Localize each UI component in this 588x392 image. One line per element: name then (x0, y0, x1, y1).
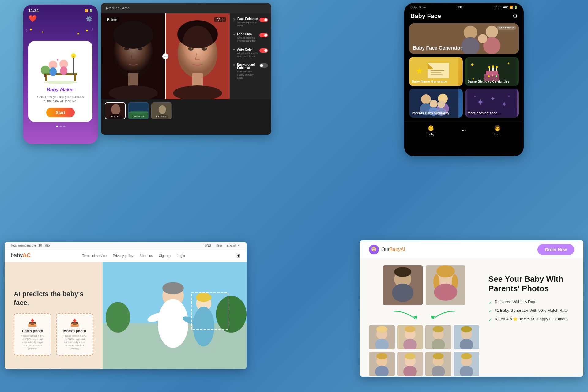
baby-5-svg (369, 352, 395, 376)
face-enhance-control: ◎ Face Enhance Increase quality of faces (233, 17, 268, 28)
logo-ac-text: AC (23, 252, 31, 258)
svg-rect-3 (73, 56, 74, 75)
portrait-label: Portrait (105, 115, 125, 118)
ios-birthday-card[interactable]: ★ ✦ ✦ Same Birthday Celebrities (465, 57, 519, 86)
login-link[interactable]: Login (177, 254, 185, 258)
face-glow-control: ✦ Face Glow Give to people a new look an… (233, 32, 268, 43)
privacy-link[interactable]: Privacy policy (113, 254, 133, 258)
divider-handle[interactable]: ⟺ (162, 53, 168, 59)
grid-icon[interactable]: ⊞ (236, 253, 240, 258)
start-button[interactable]: Start (46, 108, 75, 117)
babyac-topbar: Total members over 10 million SNS Help E… (5, 242, 247, 249)
bg-enhance-control: ⊞ Background Enhance Increases the quali… (233, 63, 268, 80)
babyac-nav-icons: ⊞ (236, 253, 240, 258)
svg-point-104 (394, 267, 411, 277)
dad-upload-hint: (Please upload a JPG or PNG image. (AI a… (21, 334, 45, 350)
baby-2-svg (397, 325, 423, 349)
baby-ai-text: BabyAI (390, 247, 405, 252)
svg-text:✦: ✦ (477, 97, 484, 107)
auto-color-toggle[interactable] (259, 48, 268, 53)
language-selector[interactable]: English ▼ (227, 244, 240, 247)
ios-time: 11:08 (456, 6, 464, 9)
ios-app-header: Baby Face ⚙ (404, 10, 524, 23)
baby-7-svg (425, 352, 451, 376)
svg-text:✦: ✦ (507, 62, 510, 65)
demo-header: Product Demo (101, 3, 271, 13)
about-link[interactable]: About us (140, 254, 153, 258)
demo-title: Product Demo (106, 6, 130, 10)
star-4: ★ (77, 32, 80, 35)
mom-upload-card[interactable]: 📤 Mom's photo (Please upload a JPG or PN… (56, 313, 94, 356)
svg-point-136 (405, 353, 416, 359)
dad-upload-icon: 📤 (21, 318, 45, 327)
baby-6-svg (397, 352, 423, 376)
face-glow-toggle[interactable] (259, 33, 268, 37)
face-glow-text: Face Glow Give to people a new look and … (237, 32, 259, 43)
svg-point-6 (49, 67, 57, 76)
svg-point-32 (111, 104, 120, 115)
feature-text-1: Delivered Within A Day (495, 300, 535, 304)
svg-point-62 (496, 66, 498, 68)
baby-photos-grid (369, 325, 479, 376)
babyac-nav-links: Terms of service Privacy policy About us… (82, 254, 185, 258)
svg-point-94 (193, 307, 214, 346)
ios-bottom-nav: 👶 Baby 🧑 Face (404, 121, 524, 140)
ios-more-card[interactable]: ✦ ✦ ✦ ✦ ✦ More coming soon... (465, 89, 519, 118)
before-image: Before (101, 13, 165, 99)
ios-app-title: Baby Face (410, 13, 441, 20)
baby-photo-7 (425, 352, 451, 376)
ios-similarity-card[interactable]: Parents Baby Similarity (409, 89, 463, 118)
app-title: Baby Maker (33, 87, 88, 92)
ios-nav-baby[interactable]: 👶 Baby (427, 125, 434, 136)
svg-point-103 (392, 284, 413, 302)
baby-photo-2 (397, 325, 423, 349)
mom-upload-hint: (Please upload a JPG or PNG image. (AI a… (63, 334, 87, 350)
moon-icon-2: ☽ (24, 29, 28, 33)
auto-color-icon: ⊙ (233, 48, 235, 52)
babyac-left-section: AI predicts the baby's face. 📤 Dad's pho… (5, 262, 103, 369)
after-label: After (214, 17, 226, 22)
after-face-svg (165, 13, 230, 99)
arrows-area (369, 310, 479, 322)
ios-nav-indicator (462, 130, 466, 131)
ios-featured-badge: FEATURED (497, 26, 516, 30)
sns-link[interactable]: SNS (205, 244, 211, 247)
svg-point-17 (113, 21, 153, 49)
terms-link[interactable]: Terms of service (82, 254, 107, 258)
check-icon-3: ✓ (488, 317, 492, 322)
face-enhance-toggle[interactable] (259, 18, 268, 22)
signup-link[interactable]: Sign-up (159, 254, 171, 258)
ios-featured-card[interactable]: FEATURED Baby Face Generator (409, 23, 519, 54)
svg-point-60 (488, 66, 490, 68)
demo-controls: ◎ Face Enhance Increase quality of faces… (230, 13, 271, 99)
ios-gear-icon[interactable]: ⚙ (513, 13, 518, 20)
topbar-right: SNS Help English ▼ (205, 244, 240, 247)
baby-photo-6 (397, 352, 423, 376)
portrait-thumb[interactable]: Portrait (105, 102, 126, 119)
svg-text:✦: ✦ (490, 95, 496, 102)
ios-baby-name-card[interactable]: ★ Baby Name Generator (409, 57, 463, 86)
our-text: Our (381, 247, 390, 252)
babyac-body: AI predicts the baby's face. 📤 Dad's pho… (5, 262, 247, 369)
ios-dot-2 (465, 130, 466, 131)
auto-color-desc: Adjust and improve colors and tones (237, 52, 259, 58)
order-now-button[interactable]: Order Now (537, 244, 574, 255)
svg-point-8 (60, 66, 67, 75)
baby-maker-panel: 11:24 📶 🔋 ❤️ ⚙️ ✦ ✦ ✦ ★ ☽ ☽ (23, 5, 98, 144)
svg-point-93 (196, 293, 211, 302)
dad-photo-svg (383, 265, 423, 305)
svg-point-140 (433, 353, 444, 359)
bg-enhance-toggle[interactable] (259, 63, 268, 68)
old-photo-thumb[interactable]: Old Photo (151, 102, 172, 119)
landscape-thumb[interactable]: Landscape (128, 102, 149, 119)
svg-text:✦: ✦ (501, 100, 507, 108)
couple-svg: ♥ (39, 47, 82, 84)
svg-rect-58 (492, 67, 494, 71)
settings-icon[interactable]: ⚙️ (86, 15, 92, 22)
dad-upload-card[interactable]: 📤 Dad's photo (Please upload a JPG or PN… (14, 313, 51, 356)
mom-photo (426, 265, 466, 305)
ios-nav-face[interactable]: 🧑 Face (494, 125, 500, 136)
feature-text-3: Rated 4.8 ⭐ by 5,500+ happy customers (495, 317, 568, 321)
ourbaby-headline: See Your Baby With Parents' Photos (488, 274, 574, 293)
help-link[interactable]: Help (216, 244, 222, 247)
